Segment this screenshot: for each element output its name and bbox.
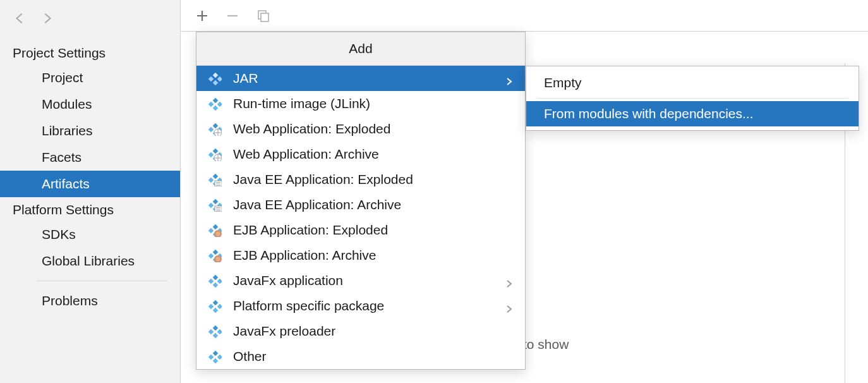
section-header-project-settings: Project Settings <box>0 40 180 64</box>
nav-arrows <box>0 5 180 40</box>
menu-item-label: EJB Application: Exploded <box>233 222 514 238</box>
copy-button[interactable] <box>256 9 270 23</box>
menu-item-label: EJB Application: Archive <box>233 248 514 263</box>
artifact-icon <box>208 173 222 186</box>
submenu-item-label: From modules with dependencies... <box>544 106 754 121</box>
svg-rect-48 <box>217 304 222 309</box>
back-button[interactable] <box>13 11 27 28</box>
svg-rect-53 <box>213 333 218 338</box>
svg-rect-56 <box>217 355 222 360</box>
svg-rect-15 <box>213 149 218 154</box>
menu-item[interactable]: Platform specific package <box>196 293 525 319</box>
svg-rect-46 <box>213 300 218 305</box>
svg-rect-54 <box>213 351 218 356</box>
toolbar <box>181 0 868 32</box>
svg-rect-50 <box>213 325 218 331</box>
svg-rect-21 <box>208 178 214 183</box>
add-popup-menu: Add JARRun-time image (JLink)Web Applica… <box>196 32 526 370</box>
submenu-item-from-modules[interactable]: From modules with dependencies... <box>526 101 859 126</box>
sidebar-item-artifacts[interactable]: Artifacts <box>0 171 180 197</box>
menu-item[interactable]: Other <box>196 344 525 369</box>
menu-item[interactable]: JavaFx preloader <box>196 319 525 344</box>
artifact-icon <box>208 97 222 111</box>
section-header-platform-settings: Platform Settings <box>0 197 180 221</box>
artifact-icon <box>208 248 222 262</box>
sidebar-item-libraries[interactable]: Libraries <box>0 118 180 144</box>
menu-item-label: JAR <box>233 71 505 86</box>
artifact-icon <box>208 350 222 363</box>
svg-rect-49 <box>213 308 218 313</box>
menu-item-label: Run-time image (JLink) <box>233 96 514 111</box>
menu-item-label: Web Application: Exploded <box>233 121 514 137</box>
jar-submenu: Empty From modules with dependencies... <box>526 66 859 131</box>
add-button[interactable] <box>196 9 208 22</box>
svg-rect-55 <box>208 355 214 360</box>
menu-item-label: JavaFx application <box>233 273 505 288</box>
svg-rect-52 <box>217 329 222 334</box>
submenu-item-empty[interactable]: Empty <box>526 70 859 95</box>
svg-rect-20 <box>213 174 218 179</box>
svg-point-35 <box>216 232 220 236</box>
artifact-icon <box>208 223 222 237</box>
sidebar-item-project[interactable]: Project <box>0 64 180 91</box>
remove-button[interactable] <box>226 9 239 22</box>
menu-item-label: Java EE Application: Exploded <box>233 172 514 187</box>
sidebar-item-sdks[interactable]: SDKs <box>0 221 180 248</box>
svg-rect-9 <box>213 106 218 111</box>
svg-rect-57 <box>213 358 218 363</box>
svg-rect-42 <box>213 275 218 280</box>
artifact-icon <box>208 147 222 161</box>
svg-rect-43 <box>208 279 214 284</box>
svg-rect-37 <box>208 253 214 258</box>
svg-rect-6 <box>213 98 218 103</box>
sidebar-item-problems[interactable]: Problems <box>0 288 180 314</box>
menu-item[interactable]: JavaFx application <box>196 268 525 293</box>
sidebar-item-modules[interactable]: Modules <box>0 91 180 118</box>
menu-item-label: Platform specific package <box>233 298 505 313</box>
artifact-icon <box>208 299 222 313</box>
forward-button[interactable] <box>40 11 54 28</box>
artifact-icon <box>208 71 222 85</box>
menu-item[interactable]: Web Application: Archive <box>196 142 525 167</box>
artifact-icon <box>208 122 222 136</box>
svg-rect-25 <box>213 199 218 204</box>
svg-rect-1 <box>261 13 268 21</box>
menu-item-label: Other <box>233 349 514 364</box>
svg-point-41 <box>216 257 220 262</box>
svg-rect-44 <box>217 279 222 284</box>
menu-item[interactable]: EJB Application: Exploded <box>196 217 525 243</box>
svg-rect-51 <box>208 329 214 334</box>
menu-item-label: JavaFx preloader <box>233 324 514 339</box>
chevron-right-icon <box>505 74 514 83</box>
svg-rect-16 <box>208 152 214 157</box>
menu-item[interactable]: EJB Application: Archive <box>196 243 525 268</box>
menu-item[interactable]: JAR <box>196 66 525 91</box>
popup-title: Add <box>196 32 525 66</box>
svg-rect-30 <box>213 224 218 229</box>
svg-rect-45 <box>213 283 218 288</box>
svg-rect-10 <box>213 123 218 128</box>
artifact-icon <box>208 274 222 288</box>
sidebar: Project Settings Project Modules Librari… <box>0 0 181 383</box>
svg-rect-5 <box>213 80 218 85</box>
svg-rect-47 <box>208 304 214 309</box>
chevron-right-icon <box>505 301 514 310</box>
sidebar-item-global-libraries[interactable]: Global Libraries <box>0 248 180 274</box>
menu-item[interactable]: Java EE Application: Exploded <box>196 167 525 192</box>
menu-item[interactable]: Web Application: Exploded <box>196 116 525 142</box>
svg-rect-8 <box>217 102 222 107</box>
sidebar-item-facets[interactable]: Facets <box>0 144 180 171</box>
svg-rect-31 <box>208 228 214 233</box>
nothing-to-show-text: to show <box>523 337 569 352</box>
submenu-separator <box>536 98 848 99</box>
artifact-icon <box>208 198 222 212</box>
submenu-item-label: Empty <box>544 75 582 90</box>
svg-rect-2 <box>213 73 218 78</box>
svg-rect-26 <box>208 203 214 208</box>
menu-item-label: Web Application: Archive <box>233 147 514 162</box>
chevron-right-icon <box>505 276 514 285</box>
menu-item[interactable]: Run-time image (JLink) <box>196 91 525 116</box>
svg-rect-11 <box>208 127 214 132</box>
svg-rect-3 <box>208 76 214 82</box>
menu-item[interactable]: Java EE Application: Archive <box>196 192 525 217</box>
